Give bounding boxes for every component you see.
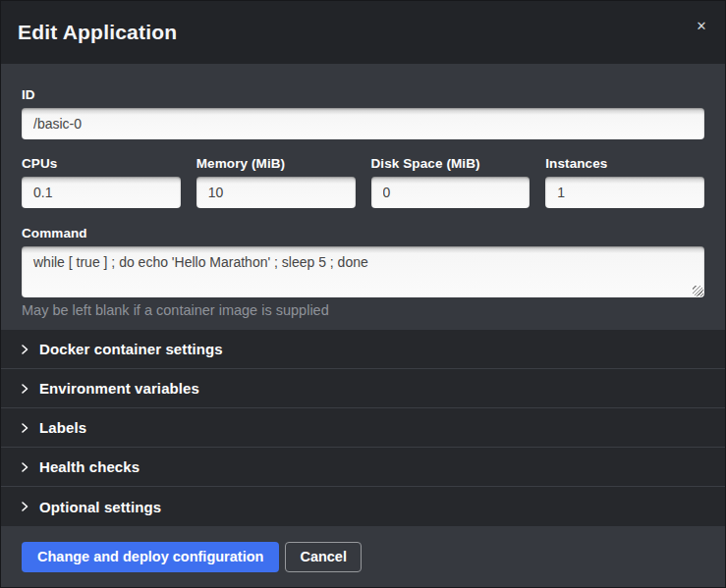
close-icon[interactable]: ✕ [691,16,712,37]
accordion: Docker container settings Environment va… [1,330,725,526]
id-label: ID [22,87,704,102]
memory-label: Memory (MiB) [196,156,356,171]
disk-label: Disk Space (MiB) [371,156,531,171]
memory-input[interactable] [196,177,356,208]
section-docker-container-settings[interactable]: Docker container settings [1,330,725,369]
instances-field-group: Instances [545,156,704,208]
modal-title: Edit Application [18,21,177,44]
section-label: Health checks [39,458,140,475]
section-health-checks[interactable]: Health checks [1,448,725,487]
disk-field-group: Disk Space (MiB) [371,156,531,208]
id-field-group: ID [22,87,704,139]
section-label: Labels [39,419,86,436]
command-field-group: Command while [ true ] ; do echo 'Hello … [22,226,704,318]
chevron-right-icon [19,461,30,473]
resources-row: CPUs Memory (MiB) Disk Space (MiB) Insta… [22,156,704,208]
disk-input[interactable] [371,177,531,208]
chevron-right-icon [19,344,30,355]
command-textarea[interactable]: while [ true ] ; do echo 'Hello Marathon… [22,246,704,297]
application-form: ID CPUs Memory (MiB) Disk Space (MiB) In… [1,64,725,330]
change-and-deploy-button[interactable]: Change and deploy configuration [22,542,279,572]
section-label: Optional settings [39,499,161,515]
edit-application-modal: Edit Application ✕ ID CPUs Memory (MiB) … [0,0,726,588]
command-label: Command [22,226,704,241]
section-label: Docker container settings [39,341,223,357]
instances-label: Instances [545,156,704,171]
instances-input[interactable] [545,177,704,208]
cpus-label: CPUs [22,156,181,171]
chevron-right-icon [19,501,30,512]
command-help-text: May be left blank if a container image i… [22,302,704,318]
section-optional-settings[interactable]: Optional settings [1,487,725,526]
modal-footer: Change and deploy configuration Cancel [1,526,725,587]
section-labels[interactable]: Labels [1,408,725,448]
cpus-input[interactable] [22,177,181,208]
cpus-field-group: CPUs [22,156,181,208]
section-label: Environment variables [39,380,199,397]
chevron-right-icon [19,383,30,395]
section-environment-variables[interactable]: Environment variables [1,369,725,408]
chevron-right-icon [19,422,30,434]
cancel-button[interactable]: Cancel [285,542,362,572]
id-input[interactable] [22,108,704,139]
modal-header: Edit Application ✕ [1,1,725,64]
memory-field-group: Memory (MiB) [196,156,356,208]
